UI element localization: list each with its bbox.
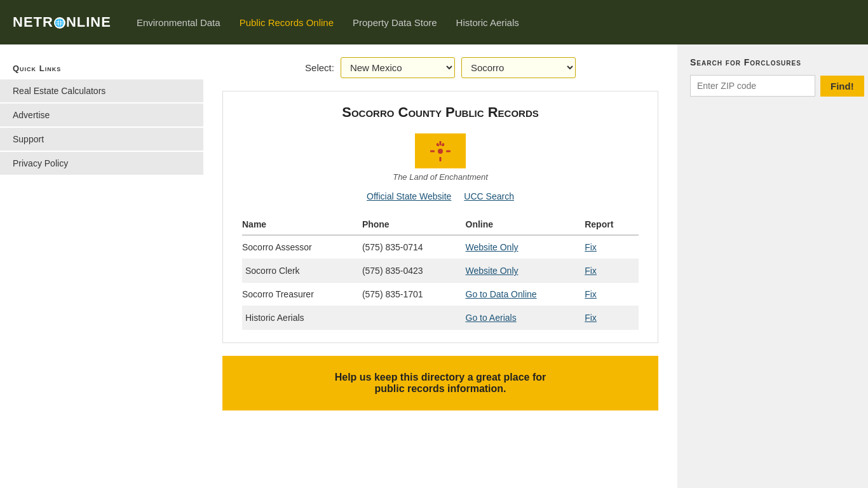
sidebar-title: Quick Links — [0, 57, 203, 79]
cell-name: Socorro Treasurer — [242, 283, 362, 306]
table-row: Historic AerialsGo to AerialsFix — [242, 306, 639, 330]
cell-phone: (575) 835-0423 — [362, 259, 466, 283]
page-layout: Quick Links Real Estate Calculators Adve… — [0, 44, 868, 488]
col-header-online: Online — [466, 214, 585, 235]
zip-input[interactable] — [690, 75, 815, 97]
select-row: Select: New Mexico Socorro — [222, 57, 658, 78]
report-link[interactable]: Fix — [585, 242, 597, 252]
cell-online[interactable]: Website Only — [466, 235, 585, 259]
table-row: Socorro Clerk(575) 835-0423Website OnlyF… — [242, 259, 639, 283]
cell-online[interactable]: Website Only — [466, 259, 585, 283]
records-table: Name Phone Online Report Socorro Assesso… — [242, 214, 639, 330]
flag-caption: The Land of Enchantment — [393, 172, 488, 182]
foreclosure-title: Search for Forclosures — [690, 57, 855, 67]
nm-flag — [415, 133, 466, 168]
county-title: Socorro County Public Records — [242, 104, 639, 121]
report-link[interactable]: Fix — [585, 289, 597, 299]
svg-rect-12 — [437, 143, 439, 146]
cell-report[interactable]: Fix — [585, 306, 639, 330]
cell-phone: (575) 835-1701 — [362, 283, 466, 306]
online-link[interactable]: Website Only — [466, 266, 519, 276]
sidebar: Quick Links Real Estate Calculators Adve… — [0, 44, 203, 488]
foreclosure-form: Find! — [690, 75, 855, 97]
right-sidebar: Search for Forclosures Find! — [677, 44, 868, 488]
svg-point-0 — [438, 149, 443, 154]
sidebar-item-advertise[interactable]: Advertise — [0, 104, 203, 126]
find-button[interactable]: Find! — [820, 76, 864, 97]
table-row: Socorro Treasurer(575) 835-1701Go to Dat… — [242, 283, 639, 306]
sidebar-item-support[interactable]: Support — [0, 128, 203, 151]
county-select[interactable]: Socorro — [461, 57, 576, 78]
cell-report[interactable]: Fix — [585, 283, 639, 306]
online-link[interactable]: Go to Data Online — [466, 289, 537, 299]
ucc-search-link[interactable]: UCC Search — [464, 191, 514, 201]
yellow-banner-line2: public records information. — [241, 383, 639, 395]
cell-name: Socorro Clerk — [242, 259, 362, 283]
state-select[interactable]: New Mexico — [341, 57, 455, 78]
nav-property-data-store[interactable]: Property Data Store — [353, 14, 437, 31]
table-row: Socorro Assessor(575) 835-0714Website On… — [242, 235, 639, 259]
main-content: Select: New Mexico Socorro Socorro Count… — [203, 44, 677, 488]
cell-name: Historic Aerials — [242, 306, 362, 330]
flag-container: The Land of Enchantment — [242, 133, 639, 182]
logo[interactable]: NETR🌐NLINE — [13, 14, 111, 30]
col-header-report: Report — [585, 214, 639, 235]
yellow-banner: Help us keep this directory a great plac… — [222, 356, 658, 410]
state-links: Official State Website UCC Search — [242, 191, 639, 201]
svg-rect-11 — [442, 143, 444, 146]
col-header-phone: Phone — [362, 214, 466, 235]
svg-rect-1 — [440, 141, 442, 146]
nav-environmental-data[interactable]: Environmental Data — [137, 14, 220, 31]
online-link[interactable]: Website Only — [466, 242, 519, 252]
nav-public-records-online[interactable]: Public Records Online — [240, 14, 334, 31]
cell-report[interactable]: Fix — [585, 235, 639, 259]
col-header-name: Name — [242, 214, 362, 235]
main-nav: Environmental Data Public Records Online… — [137, 14, 519, 31]
report-link[interactable]: Fix — [585, 313, 597, 323]
svg-rect-7 — [430, 150, 435, 152]
report-link[interactable]: Fix — [585, 266, 597, 276]
cell-name: Socorro Assessor — [242, 235, 362, 259]
online-link[interactable]: Go to Aerials — [466, 313, 517, 323]
cell-phone — [362, 306, 466, 330]
cell-online[interactable]: Go to Aerials — [466, 306, 585, 330]
svg-rect-10 — [446, 150, 451, 152]
cell-phone: (575) 835-0714 — [362, 235, 466, 259]
zia-symbol — [429, 140, 452, 163]
select-label: Select: — [305, 62, 334, 73]
yellow-banner-line1: Help us keep this directory a great plac… — [241, 372, 639, 383]
official-state-website-link[interactable]: Official State Website — [367, 191, 451, 201]
cell-report[interactable]: Fix — [585, 259, 639, 283]
nav-historic-aerials[interactable]: Historic Aerials — [456, 14, 519, 31]
header: NETR🌐NLINE Environmental Data Public Rec… — [0, 0, 868, 44]
cell-online[interactable]: Go to Data Online — [466, 283, 585, 306]
content-card: Socorro County Public Records — [222, 91, 658, 343]
sidebar-item-real-estate[interactable]: Real Estate Calculators — [0, 79, 203, 102]
sidebar-item-privacy[interactable]: Privacy Policy — [0, 152, 203, 175]
svg-rect-4 — [440, 157, 442, 161]
